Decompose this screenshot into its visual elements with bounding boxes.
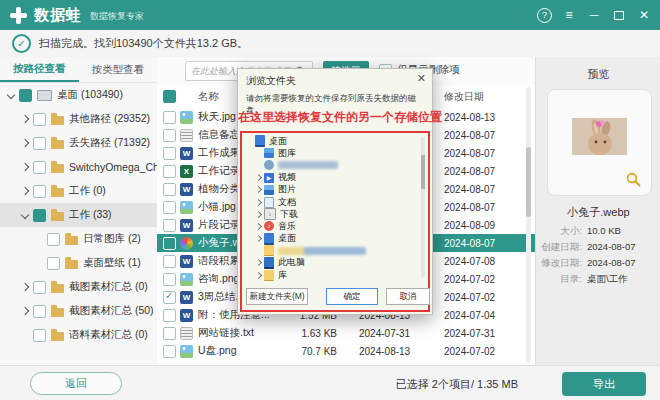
tree-chevron-icon[interactable] <box>21 307 29 315</box>
back-button[interactable]: 返回 <box>30 372 122 395</box>
file-icon-cell <box>180 129 198 142</box>
footer-bar: 返回 已选择 2个项目/ 1.35 MB 导出 <box>0 365 660 400</box>
tree-item-checkbox[interactable] <box>33 137 46 150</box>
file-checkbox[interactable] <box>163 201 176 214</box>
dialog-close-icon[interactable]: ✕ <box>417 72 426 85</box>
menu-icon[interactable]: ≡ <box>561 7 577 23</box>
tree-item-checkbox[interactable] <box>33 185 46 198</box>
close-icon[interactable]: ✕ <box>636 7 652 23</box>
tree-item-checkbox[interactable] <box>33 329 46 342</box>
sidebar-tree-item[interactable]: 桌面壁纸 (1) <box>0 251 157 275</box>
file-size: 70.7 KB <box>293 346 337 357</box>
file-checkbox[interactable] <box>163 111 176 124</box>
file-list-scrollbar-thumb[interactable] <box>526 147 531 217</box>
file-checkbox[interactable] <box>163 255 176 268</box>
tree-chevron-icon[interactable] <box>21 115 29 123</box>
minimize-icon[interactable]: ─ <box>586 7 602 23</box>
tree-item-checkbox[interactable] <box>33 305 46 318</box>
preview-panel: 预览 小兔子.webp 大小:10.0 KB创建日期:2024-08-07修改日… <box>535 57 660 365</box>
tree-chevron-icon[interactable] <box>21 187 29 195</box>
folder-chevron-icon[interactable] <box>255 272 262 279</box>
file-checkbox[interactable] <box>163 147 176 160</box>
file-checkbox[interactable] <box>163 219 176 232</box>
tree-item-checkbox[interactable] <box>33 113 46 126</box>
folder-chevron-icon[interactable] <box>255 235 262 242</box>
folder-icon <box>51 332 64 341</box>
file-checkbox[interactable] <box>163 291 176 304</box>
zoom-preview-icon[interactable] <box>626 172 641 187</box>
sidebar-tree-item[interactable]: SwitchyOmega_Chromiur <box>0 155 157 179</box>
file-checkbox[interactable] <box>163 327 176 340</box>
folder-label: 桌面 <box>269 135 287 148</box>
file-checkbox[interactable] <box>163 129 176 142</box>
folder-tree-item[interactable] <box>244 245 420 257</box>
file-type-icon-doc: W <box>180 255 193 268</box>
file-type-icon-image <box>180 111 193 124</box>
file-checkbox[interactable] <box>163 309 176 322</box>
file-modified-date: 2024-07-02 <box>444 274 524 285</box>
tree-item-checkbox[interactable] <box>47 257 60 270</box>
folder-tree-item[interactable]: 桌面 <box>244 233 420 245</box>
tree-chevron-icon[interactable] <box>21 283 29 291</box>
file-checkbox[interactable] <box>163 165 176 178</box>
file-checkbox[interactable] <box>163 183 176 196</box>
titlebar: 数据蛙 数据恢复专家 ? ≡ ─ ✕ <box>0 0 660 30</box>
sidebar-tree-item[interactable]: 截图素材汇总 (0) <box>0 275 157 299</box>
folder-chevron-icon[interactable] <box>255 211 262 218</box>
folder-tree-item[interactable] <box>244 159 420 171</box>
sidebar-tree-item[interactable]: 日常图库 (2) <box>0 227 157 251</box>
folder-chevron-icon[interactable] <box>255 174 262 181</box>
file-checkbox[interactable] <box>163 237 176 250</box>
sidebar-tree-item[interactable]: 其他路径 (29352) <box>0 107 157 131</box>
folder-tree-item[interactable]: ♪音乐 <box>244 220 420 232</box>
pc-icon <box>264 257 274 269</box>
tree-item-checkbox[interactable] <box>33 281 46 294</box>
new-folder-button[interactable]: 新建文件夹(M) <box>246 288 308 305</box>
user-icon <box>264 160 274 170</box>
tree-item-checkbox[interactable] <box>47 233 60 246</box>
tree-chevron-icon[interactable] <box>7 91 15 99</box>
folder-chevron-icon[interactable] <box>255 198 262 205</box>
select-all-checkbox[interactable] <box>163 90 176 103</box>
folder-tree-scrollbar <box>421 137 425 277</box>
folder-tree-item[interactable]: ↓下载 <box>244 208 420 220</box>
sidebar-tree-item[interactable]: 截图素材汇总 (50) <box>0 299 157 323</box>
tree-chevron-icon[interactable] <box>21 163 29 171</box>
folder-tree-item[interactable]: 图片 <box>244 184 420 196</box>
sidebar-tree-item[interactable]: 桌面 (103490) <box>0 83 157 107</box>
folder-chevron-icon[interactable] <box>255 223 262 230</box>
file-row[interactable]: U盘.png70.7 KB2024-08-132024-07-02 <box>157 342 535 360</box>
file-checkbox[interactable] <box>163 273 176 286</box>
preview-field: 创建日期:2024-08-07 <box>536 241 660 254</box>
column-header-modified[interactable]: 修改日期 <box>444 90 524 104</box>
preview-card <box>547 89 652 196</box>
sidebar-tab-by-path[interactable]: 按路径查看 <box>0 57 79 82</box>
download-icon: ↓ <box>264 208 276 220</box>
tree-item-checkbox[interactable] <box>33 209 46 222</box>
folder-tree-item[interactable]: 此电脑 <box>244 257 420 269</box>
folder-tree-item[interactable]: 图库 <box>244 147 420 159</box>
folder-tree-item[interactable]: 库 <box>244 269 420 281</box>
file-checkbox[interactable] <box>163 345 176 358</box>
sidebar-tree-item[interactable]: 工作 (33) <box>0 203 157 227</box>
tree-chevron-icon[interactable] <box>21 211 29 219</box>
folder-chevron-icon[interactable] <box>255 259 262 266</box>
sidebar-tree-item[interactable]: 语料素材汇总 (0) <box>0 323 157 347</box>
cancel-button[interactable]: 取消 <box>386 288 430 305</box>
sidebar-tab-by-type[interactable]: 按类型查看 <box>79 57 158 82</box>
export-button[interactable]: 导出 <box>562 372 646 396</box>
sidebar-tree-item[interactable]: 工作 (0) <box>0 179 157 203</box>
sidebar-tree-item[interactable]: 丢失路径 (71392) <box>0 131 157 155</box>
folder-tree-item[interactable]: 桌面 <box>244 135 420 147</box>
tree-item-checkbox[interactable] <box>19 89 32 102</box>
tree-chevron-icon[interactable] <box>21 139 29 147</box>
maximize-icon[interactable] <box>611 7 627 23</box>
file-row[interactable]: 网站链接.txt1.63 KB2024-07-312024-07-31 <box>157 324 535 342</box>
folder-tree-scrollbar-thumb[interactable] <box>421 155 425 189</box>
folder-tree-item[interactable]: ▶视频 <box>244 172 420 184</box>
ok-button[interactable]: 确定 <box>326 288 378 305</box>
tree-item-checkbox[interactable] <box>33 161 46 174</box>
help-icon[interactable]: ? <box>537 8 552 23</box>
folder-tree-item[interactable]: 文档 <box>244 196 420 208</box>
folder-chevron-icon[interactable] <box>255 186 262 193</box>
